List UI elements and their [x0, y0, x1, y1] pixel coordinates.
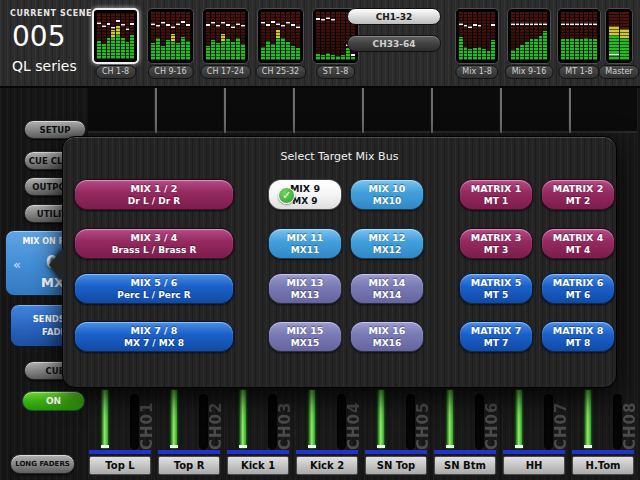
meter-peak-mark: [186, 24, 190, 26]
level-meter: [459, 12, 463, 60]
mix-bus-button-mix-11[interactable]: MIX 11MX11: [268, 228, 342, 259]
mix-bus-button-mix-15[interactable]: MIX 15MX15: [268, 321, 342, 352]
on-button[interactable]: ON: [22, 391, 85, 411]
bus-button-title: MATRIX 4: [542, 232, 614, 244]
channel-name-plate[interactable]: SN Top: [365, 456, 427, 475]
channel-name-plate[interactable]: SN Btm: [434, 456, 496, 475]
collapse-chevron-icon[interactable]: «: [13, 257, 21, 272]
meter-block-mt-1-8[interactable]: [557, 8, 601, 64]
bus-button-title: MIX 16: [351, 325, 423, 337]
level-meter: [336, 12, 340, 60]
meter-block-mix-9-16[interactable]: [507, 8, 551, 64]
mix-bus-button-matrix-8[interactable]: MATRIX 8MT 8: [541, 321, 615, 352]
meter-block-ch-25-32[interactable]: [257, 8, 304, 64]
meter-green-fill: [291, 46, 295, 60]
meter-green-fill: [473, 48, 477, 60]
bank-button-ch33-64[interactable]: CH33-64: [347, 35, 441, 52]
mix-bus-button-mix-10[interactable]: MIX 10MX10: [350, 179, 424, 210]
level-meter: [525, 12, 529, 60]
meter-green-fill: [161, 46, 165, 60]
meter-block-master[interactable]: [605, 8, 633, 64]
mix-bus-button-matrix-3[interactable]: MATRIX 3MT 3: [459, 228, 533, 259]
channel-name-plate[interactable]: Top L: [89, 456, 151, 475]
meter-green-fill: [570, 38, 574, 60]
bus-button-sub: MT 7: [460, 337, 532, 349]
meter-block-label: Mix 1-8: [455, 65, 498, 79]
mix-bus-button-mix-7-8[interactable]: MIX 7 / 8MX 7 / MX 8: [74, 321, 234, 352]
mix-bus-button-matrix-6[interactable]: MATRIX 6MT 6: [541, 273, 615, 304]
meter-green-fill: [584, 38, 588, 60]
mix-bus-button-mix-5-6[interactable]: MIX 5 / 6Perc L / Perc R: [74, 273, 234, 304]
mix-bus-button-matrix-4[interactable]: MATRIX 4MT 4: [541, 228, 615, 259]
mix-bus-button-matrix-2[interactable]: MATRIX 2MT 2: [541, 179, 615, 210]
channel-fader[interactable]: [516, 390, 522, 448]
channel-fader[interactable]: [102, 390, 108, 448]
scene-number[interactable]: 005: [12, 20, 65, 53]
meter-green-fill: [176, 43, 180, 60]
meter-green-fill: [216, 43, 220, 60]
level-meter: [276, 12, 280, 60]
level-meter: [331, 12, 335, 60]
meter-peak-mark: [561, 23, 565, 25]
level-meter: [464, 12, 468, 60]
channel-name-plate[interactable]: Kick 2: [296, 456, 358, 475]
meter-block-ch-17-24[interactable]: [202, 8, 249, 64]
meter-block-mix-1-8[interactable]: [455, 8, 499, 64]
bus-button-title: MATRIX 5: [460, 277, 532, 289]
meter-peak-mark: [130, 23, 134, 25]
meter-peak-mark: [111, 27, 115, 29]
bank-button-ch1-32[interactable]: CH1-32: [347, 8, 441, 25]
mix-bus-button-matrix-1[interactable]: MATRIX 1MT 1: [459, 179, 533, 210]
meter-green-fill: [468, 49, 472, 60]
meter-peak-mark: [176, 23, 180, 25]
meter-block-ch-1-8[interactable]: [92, 8, 139, 64]
meter-peak-mark: [161, 22, 165, 24]
channel-name-plate[interactable]: HH: [503, 456, 565, 475]
bus-button-sub: MX12: [351, 244, 423, 256]
level-meter: [561, 12, 565, 60]
meter-green-fill: [116, 26, 120, 59]
channel-fader[interactable]: [447, 390, 453, 448]
meter-peak-mark: [539, 23, 543, 25]
meter-green-fill: [171, 34, 175, 60]
meter-peak-mark: [231, 26, 235, 28]
mix-bus-button-mix-1-2[interactable]: MIX 1 / 2Dr L / Dr R: [74, 179, 234, 210]
channel-fader[interactable]: [585, 390, 591, 448]
meter-peak-mark: [321, 19, 325, 21]
meter-peak-mark: [97, 22, 101, 24]
channel-name-plate[interactable]: Top R: [158, 456, 220, 475]
level-meter: [584, 12, 588, 60]
mix-bus-button-mix-14[interactable]: MIX 14MX14: [350, 273, 424, 304]
meter-green-fill: [181, 37, 185, 60]
channel-name-plate[interactable]: Kick 1: [227, 456, 289, 475]
bus-button-sub: MT 8: [542, 337, 614, 349]
mix-bus-button-mix-12[interactable]: MIX 12MX12: [350, 228, 424, 259]
mix-bus-button-mix-3-4[interactable]: MIX 3 / 4Brass L / Brass R: [74, 228, 234, 259]
channel-fader[interactable]: [378, 390, 384, 448]
level-meter: [130, 13, 134, 59]
level-meter: [186, 12, 190, 60]
channel-color-bar: [434, 450, 496, 454]
mix-bus-button-mix-9[interactable]: MIX 9MX 9✓: [268, 179, 342, 210]
mix-bus-button-matrix-5[interactable]: MATRIX 5MT 5: [459, 273, 533, 304]
level-meter: [326, 12, 330, 60]
channel-fader[interactable]: [309, 390, 315, 448]
mix-bus-button-mix-13[interactable]: MIX 13MX13: [268, 273, 342, 304]
meter-green-fill: [539, 36, 543, 60]
meter-block-ch-9-16[interactable]: [147, 8, 194, 64]
long-faders-button[interactable]: LONG FADERS: [10, 454, 75, 474]
level-meter: [107, 13, 111, 59]
channel-fader-cap: [101, 445, 109, 448]
channel-fader[interactable]: [171, 390, 177, 448]
channel-name-plate[interactable]: H.Tom: [572, 456, 634, 475]
channel-fader[interactable]: [240, 390, 246, 448]
channel-number-label: CH08: [621, 396, 637, 456]
level-meter: [226, 12, 230, 60]
channel-meter-cell: [502, 88, 568, 133]
meter-peak-mark: [331, 19, 335, 21]
meter-green-fill: [97, 41, 101, 59]
bus-button-title: MIX 10: [351, 183, 423, 195]
mix-bus-button-matrix-7[interactable]: MATRIX 7MT 7: [459, 321, 533, 352]
meter-green-fill: [336, 56, 340, 60]
mix-bus-button-mix-16[interactable]: MIX 16MX16: [350, 321, 424, 352]
